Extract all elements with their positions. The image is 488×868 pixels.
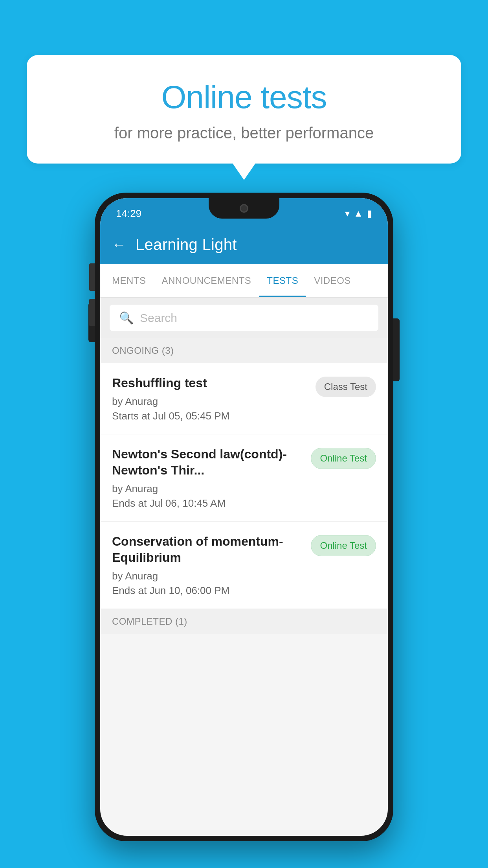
test-author-2: by Anurag: [112, 483, 303, 495]
status-time: 14:29: [116, 208, 141, 220]
phone-mockup: 14:29 ▾ ▲ ▮ ← Learning Light MENTS ANNOU…: [95, 193, 393, 841]
test-info-2: Newton's Second law(contd)-Newton's Thir…: [112, 446, 311, 509]
bubble-subtitle: for more practice, better performance: [46, 124, 442, 142]
tests-list: Reshuffling test by Anurag Starts at Jul…: [100, 363, 388, 609]
ongoing-section-header: ONGOING (3): [100, 338, 388, 363]
test-name-1: Reshuffling test: [112, 375, 308, 392]
phone-screen: 14:29 ▾ ▲ ▮ ← Learning Light MENTS ANNOU…: [100, 198, 388, 836]
completed-section-header: COMPLETED (1): [100, 609, 388, 634]
wifi-icon: ▾: [345, 208, 350, 219]
test-author-1: by Anurag: [112, 395, 308, 408]
test-item-1[interactable]: Reshuffling test by Anurag Starts at Jul…: [100, 363, 388, 434]
volume-up-button: [89, 263, 95, 291]
app-title: Learning Light: [136, 236, 237, 254]
speech-bubble: Online tests for more practice, better p…: [27, 55, 461, 164]
tab-announcements[interactable]: ANNOUNCEMENTS: [154, 264, 259, 297]
test-info-1: Reshuffling test by Anurag Starts at Jul…: [112, 375, 316, 422]
search-bar[interactable]: 🔍 Search: [110, 305, 378, 331]
search-placeholder: Search: [140, 311, 177, 325]
test-date-2: Ends at Jul 06, 10:45 AM: [112, 497, 303, 509]
back-button[interactable]: ←: [112, 236, 126, 253]
tab-videos[interactable]: VIDEOS: [306, 264, 359, 297]
test-author-3: by Anurag: [112, 570, 303, 582]
bubble-title: Online tests: [46, 79, 442, 116]
app-header: ← Learning Light: [100, 225, 388, 264]
test-info-3: Conservation of momentum-Equilibrium by …: [112, 533, 311, 597]
test-name-3: Conservation of momentum-Equilibrium: [112, 533, 303, 566]
test-date-1: Starts at Jul 05, 05:45 PM: [112, 410, 308, 422]
speech-bubble-container: Online tests for more practice, better p…: [27, 55, 461, 164]
tab-bar: MENTS ANNOUNCEMENTS TESTS VIDEOS: [100, 264, 388, 298]
front-camera: [240, 204, 248, 213]
test-item-3[interactable]: Conservation of momentum-Equilibrium by …: [100, 522, 388, 609]
test-date-3: Ends at Jun 10, 06:00 PM: [112, 585, 303, 597]
search-icon: 🔍: [119, 311, 134, 325]
status-icons: ▾ ▲ ▮: [345, 208, 372, 219]
phone-notch: [209, 198, 279, 219]
tab-tests[interactable]: TESTS: [259, 264, 306, 297]
test-badge-3: Online Test: [311, 535, 376, 556]
test-badge-1: Class Test: [316, 377, 376, 397]
tab-ments[interactable]: MENTS: [104, 264, 154, 297]
test-item-2[interactable]: Newton's Second law(contd)-Newton's Thir…: [100, 434, 388, 522]
test-name-2: Newton's Second law(contd)-Newton's Thir…: [112, 446, 303, 479]
completed-label: COMPLETED (1): [112, 616, 187, 627]
signal-icon: ▲: [354, 208, 363, 219]
test-badge-2: Online Test: [311, 448, 376, 469]
search-container: 🔍 Search: [100, 298, 388, 338]
ongoing-label: ONGOING (3): [112, 345, 174, 356]
battery-icon: ▮: [367, 208, 372, 219]
volume-down-button: [89, 299, 95, 326]
phone-outer: 14:29 ▾ ▲ ▮ ← Learning Light MENTS ANNOU…: [95, 193, 393, 841]
